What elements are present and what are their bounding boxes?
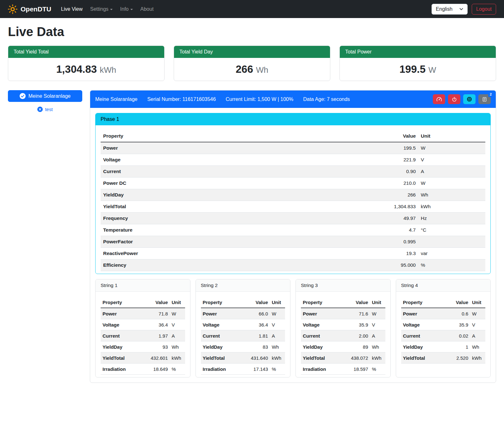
page-container: Live Data Total Yield Total 1,304.83kWh … xyxy=(0,25,504,392)
sidebar-item-test[interactable]: test xyxy=(8,107,82,112)
table-row: Voltage 36.4 V xyxy=(101,319,185,330)
table-header-row: Property Value Unit xyxy=(201,297,285,308)
property-cell: Voltage xyxy=(201,319,241,330)
brand-label: OpenDTU xyxy=(21,5,51,13)
card-value: 199.5 xyxy=(399,63,426,75)
unit-cell: kWh xyxy=(370,352,385,364)
nav-item-info-label: Info xyxy=(120,6,129,12)
property-cell: Frequency xyxy=(101,213,377,224)
value-cell: 0.90 xyxy=(377,166,418,178)
string-4-table: Property Value Unit Power xyxy=(401,297,486,364)
power-button[interactable] xyxy=(448,94,460,104)
unit-cell: % xyxy=(370,364,385,375)
unit-cell: V xyxy=(170,319,185,330)
column-property: Property xyxy=(301,297,341,308)
nav-links: Live View Settings Info About xyxy=(58,4,157,15)
nav-item-settings[interactable]: Settings xyxy=(87,4,115,15)
table-row: Efficiency 95.000 % xyxy=(101,259,485,271)
card-total-yield-day: Total Yield Day 266Wh xyxy=(174,46,330,81)
card-body: 1,304.83kWh xyxy=(8,58,164,81)
table-row: YieldTotal 432.601 kWh xyxy=(101,352,185,364)
value-cell: 95.000 xyxy=(377,259,418,271)
nav-item-settings-label: Settings xyxy=(90,6,109,12)
phase-card: Phase 1 Property Value Unit xyxy=(95,113,491,274)
table-row: Power 66.0 W xyxy=(201,308,285,319)
inverter-select-button[interactable]: Meine Solaranlage xyxy=(8,90,82,102)
unit-cell: °C xyxy=(418,224,485,236)
check-circle-icon xyxy=(20,93,26,99)
string-2-table: Property Value Unit Power xyxy=(201,297,285,375)
column-property: Property xyxy=(101,130,377,142)
table-row: Current 1.81 A xyxy=(201,330,285,341)
card-total-power: Total Power 199.5W xyxy=(339,46,496,81)
nav-item-about[interactable]: About xyxy=(138,4,157,15)
value-cell: 1.81 xyxy=(241,330,270,341)
table-row: Power 71.8 W xyxy=(101,308,185,319)
string-title: String 1 xyxy=(96,279,190,292)
table-row: ReactivePower 19.3 var xyxy=(101,248,485,259)
table-row: Irradiation 18.597 % xyxy=(301,364,385,375)
card-body: 266Wh xyxy=(174,58,330,81)
sidebar-item-test-label: test xyxy=(45,107,53,112)
logout-button[interactable]: Logout xyxy=(472,4,496,15)
nav-item-info[interactable]: Info xyxy=(117,4,136,15)
unit-cell: A xyxy=(470,330,485,341)
content-row: Meine Solaranlage test Meine Solaranlage… xyxy=(8,90,496,392)
x-circle-icon xyxy=(37,107,43,112)
card-value: 266 xyxy=(236,63,253,75)
table-row: Voltage 35.9 V xyxy=(401,319,486,330)
unit-cell: W xyxy=(418,178,485,189)
property-cell: Power xyxy=(101,142,377,154)
table-row: PowerFactor 0.995 xyxy=(101,236,485,248)
journal-list-icon xyxy=(482,97,487,102)
value-cell: 0.6 xyxy=(441,308,470,319)
property-cell: Current xyxy=(101,166,377,178)
inverter-actions: 2 xyxy=(433,94,491,104)
value-cell: 432.601 xyxy=(141,352,170,364)
value-cell: 93 xyxy=(141,341,170,352)
column-value: Value xyxy=(241,297,270,308)
value-cell: 0.02 xyxy=(441,330,470,341)
value-cell: 221.9 xyxy=(377,154,418,166)
column-value: Value xyxy=(141,297,170,308)
value-cell: 35.9 xyxy=(441,319,470,330)
unit-cell: V xyxy=(470,319,485,330)
card-value: 1,304.83 xyxy=(56,63,97,75)
string-3-card: String 3 Property Value Unit xyxy=(296,279,391,377)
property-cell: Current xyxy=(401,330,441,341)
value-cell: 2.520 xyxy=(441,352,470,364)
language-select[interactable]: English xyxy=(432,4,468,15)
limit-settings-button[interactable] xyxy=(433,94,445,104)
string-body: Property Value Unit Power xyxy=(196,292,290,377)
table-row: Current 0.02 A xyxy=(401,330,486,341)
column-unit: Unit xyxy=(470,297,485,308)
unit-cell: W xyxy=(170,308,185,319)
unit-cell: kWh xyxy=(170,352,185,364)
table-row: YieldDay 89 Wh xyxy=(301,341,385,352)
nav-item-live-view[interactable]: Live View xyxy=(58,4,85,15)
string-4-card: String 4 Property Value Unit xyxy=(396,279,491,377)
property-cell: Power xyxy=(301,308,341,319)
unit-cell: var xyxy=(418,248,485,259)
language-select-value: English xyxy=(436,6,452,12)
event-log-button[interactable]: 2 xyxy=(478,94,491,104)
column-value: Value xyxy=(341,297,370,308)
property-cell: Voltage xyxy=(301,319,341,330)
unit-cell: W xyxy=(270,308,285,319)
inverter-select-label: Meine Solaranlage xyxy=(28,93,71,99)
unit-cell: kWh xyxy=(270,352,285,364)
property-cell: Voltage xyxy=(101,154,377,166)
string-1-table: Property Value Unit Power xyxy=(101,297,185,375)
string-title: String 2 xyxy=(196,279,290,292)
table-row: Voltage 35.9 V xyxy=(301,319,385,330)
string-body: Property Value Unit Power xyxy=(396,292,491,366)
table-row: YieldTotal 2.520 kWh xyxy=(401,352,486,364)
inverter-panel-header: Meine Solaranlage Serial Number: 1161716… xyxy=(90,90,496,108)
cpu-chip-icon xyxy=(467,97,472,102)
brand[interactable]: OpenDTU xyxy=(8,4,51,14)
value-cell: 2.00 xyxy=(341,330,370,341)
device-info-button[interactable] xyxy=(463,94,476,104)
value-cell: 438.072 xyxy=(341,352,370,364)
card-title: Total Yield Day xyxy=(174,46,330,58)
property-cell: Current xyxy=(201,330,241,341)
